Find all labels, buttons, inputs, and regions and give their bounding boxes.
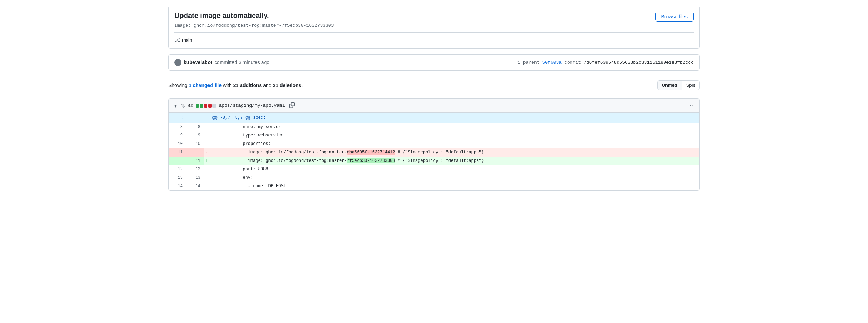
avatar <box>174 59 181 66</box>
commit-header-card: Update image automatically. Browse files… <box>168 6 700 49</box>
new-line-num-11-removed <box>186 148 204 157</box>
code-12: port: 8088 <box>210 165 699 173</box>
new-line-num-11-added: 11 <box>186 157 204 165</box>
commit-title-row: Update image automatically. Browse files <box>174 12 694 22</box>
hunk-expand-right <box>186 113 204 123</box>
old-line-num-11-removed: 11 <box>169 148 186 157</box>
code-13: env: <box>210 173 699 182</box>
code-14: - name: DB_HOST <box>210 182 699 190</box>
new-line-num-9: 9 <box>186 131 204 140</box>
sign-14 <box>204 182 210 190</box>
new-line-num-10: 10 <box>186 140 204 148</box>
branch-row: ⎇ main <box>174 32 694 43</box>
sign-9 <box>204 131 210 140</box>
expand-arrows-icon: ⇅ <box>181 103 185 108</box>
code-11-removed: image: ghcr.io/fogdong/test-fog:master-c… <box>210 148 699 157</box>
removed-highlight: cba5605f-1632714412 <box>347 150 395 155</box>
summary-and: and <box>262 83 273 88</box>
sign-12 <box>204 165 210 173</box>
old-line-num-10: 10 <box>169 140 186 148</box>
summary-middle: with <box>222 83 233 88</box>
files-summary: Showing 1 changed file with 21 additions… <box>168 83 303 88</box>
additions-count: 21 additions <box>233 83 262 88</box>
diff-table: ↕ @@ -8,7 +8,7 @@ spec: 8 8 - name: my-s… <box>169 113 699 190</box>
summary-prefix: Showing <box>168 83 189 88</box>
sign-10 <box>204 140 210 148</box>
hunk-expand-left: ↕ <box>169 113 186 123</box>
diff-line-10: 10 10 properties: <box>169 140 699 148</box>
commit-hash-info: 1 parent 50f603a commit 7d6fef639548d556… <box>517 60 694 65</box>
changed-files-link[interactable]: 1 changed file <box>189 83 222 88</box>
diff-file-header: ▾ ⇅ 42 apps/staging/my-app.yaml ··· <box>169 99 699 113</box>
commit-full-hash: 7d6fef639548d55633b2c331161180e1e3fb2ccc <box>584 60 694 65</box>
diff-line-13: 13 13 env: <box>169 173 699 182</box>
new-line-num-13: 13 <box>186 173 204 182</box>
commit-subtitle: Image: ghcr.io/fogdong/test-fog:master-7… <box>174 23 694 28</box>
commit-title: Update image automatically. <box>174 12 269 20</box>
branch-name: main <box>182 37 192 43</box>
commit-meta-card: kubevelabot committed 3 minutes ago 1 pa… <box>168 54 700 71</box>
diff-line-9: 9 9 type: webservice <box>169 131 699 140</box>
new-line-num-12: 12 <box>186 165 204 173</box>
stat-block-green-1 <box>196 104 199 108</box>
author-name: kubevelabot <box>184 60 212 65</box>
code-11-added: image: ghcr.io/fogdong/test-fog:master-7… <box>210 157 699 165</box>
diff-hunk-row: ↕ @@ -8,7 +8,7 @@ spec: <box>169 113 699 123</box>
old-line-num-9: 9 <box>169 131 186 140</box>
old-line-num-12: 12 <box>169 165 186 173</box>
more-options-button[interactable]: ··· <box>686 102 695 110</box>
hunk-sign <box>204 113 210 123</box>
sign-8 <box>204 123 210 131</box>
commit-author-info: kubevelabot committed 3 minutes ago <box>174 59 269 66</box>
diff-stat-count: 42 <box>188 103 193 108</box>
view-toggle: Unified Split <box>657 80 700 90</box>
deletions-count: 21 deletions <box>273 83 301 88</box>
split-view-button[interactable]: Split <box>682 81 699 90</box>
old-line-num-8: 8 <box>169 123 186 131</box>
code-10: properties: <box>210 140 699 148</box>
hunk-header-text: @@ -8,7 +8,7 @@ spec: <box>210 113 699 123</box>
code-9: type: webservice <box>210 131 699 140</box>
diff-stat-blocks <box>196 104 216 108</box>
expand-icon: ↕ <box>181 115 184 120</box>
old-line-num-14: 14 <box>169 182 186 190</box>
new-line-num-8: 8 <box>186 123 204 131</box>
browse-files-button[interactable]: Browse files <box>655 12 694 22</box>
stat-block-green-2 <box>200 104 203 108</box>
parent-hash-link[interactable]: 50f603a <box>542 60 562 65</box>
old-line-num-11-added <box>169 157 186 165</box>
stat-block-red-2 <box>208 104 212 108</box>
diff-line-14: 14 14 - name: DB_HOST <box>169 182 699 190</box>
sign-11-removed: - <box>204 148 210 157</box>
diff-line-11-removed: 11 - image: ghcr.io/fogdong/test-fog:mas… <box>169 148 699 157</box>
stat-block-gray-1 <box>212 104 216 108</box>
diff-file-name: apps/staging/my-app.yaml <box>219 103 285 108</box>
files-changed-bar: Showing 1 changed file with 21 additions… <box>168 76 700 94</box>
diff-line-8: 8 8 - name: my-server <box>169 123 699 131</box>
commit-time: committed 3 minutes ago <box>215 60 269 65</box>
commit-label: commit <box>564 60 581 65</box>
summary-suffix: . <box>301 83 303 88</box>
stat-block-red-1 <box>204 104 207 108</box>
sign-11-added: + <box>204 157 210 165</box>
branch-icon: ⎇ <box>174 37 180 43</box>
added-highlight: 7f5ecb30-1632733303 <box>347 158 395 163</box>
unified-view-button[interactable]: Unified <box>658 81 682 90</box>
collapse-button[interactable]: ▾ <box>173 102 178 109</box>
diff-file-card: ▾ ⇅ 42 apps/staging/my-app.yaml ··· <box>168 98 700 191</box>
new-line-num-14: 14 <box>186 182 204 190</box>
diff-line-11-added: 11 + image: ghcr.io/fogdong/test-fog:mas… <box>169 157 699 165</box>
copy-path-button[interactable] <box>288 102 296 110</box>
old-line-num-13: 13 <box>169 173 186 182</box>
code-8: - name: my-server <box>210 123 699 131</box>
sign-13 <box>204 173 210 182</box>
parent-label: 1 parent <box>517 60 539 65</box>
diff-line-12: 12 12 port: 8088 <box>169 165 699 173</box>
